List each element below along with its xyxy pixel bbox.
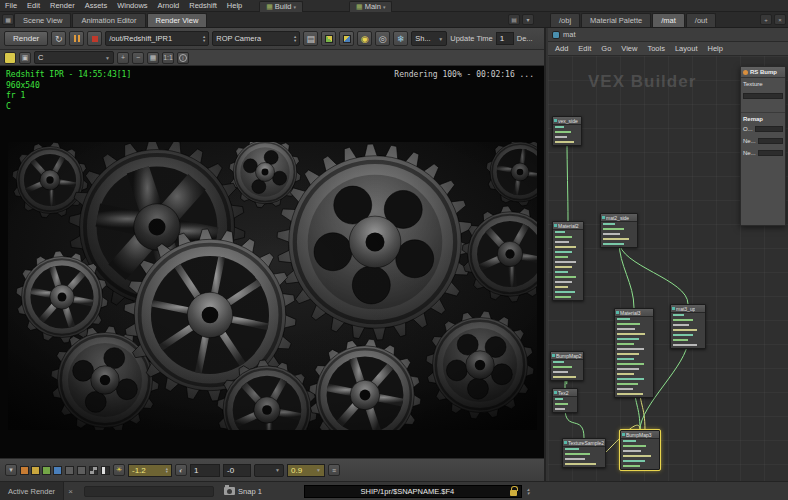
contrast-icon[interactable]: ◐ xyxy=(175,464,187,476)
light-icon[interactable]: ◉ xyxy=(357,31,372,46)
rop-select[interactable]: /out/Redshift_IPR1 ▴▾ xyxy=(105,31,209,46)
node-header: vex_side xyxy=(553,117,581,125)
tab-obj[interactable]: /obj xyxy=(550,13,580,27)
shader-select[interactable]: Sh... ▼ xyxy=(411,31,447,46)
node-bumpmap2[interactable]: BumpMap2 xyxy=(550,351,584,381)
menu-item-windows[interactable]: Windows xyxy=(112,1,152,10)
checker-background-icon[interactable] xyxy=(89,466,98,475)
tab-out[interactable]: /out xyxy=(686,13,717,27)
actual-size-icon[interactable]: 1:1 xyxy=(162,52,174,64)
zoom-in-icon[interactable]: + xyxy=(117,52,129,64)
options-icon[interactable]: ≡ xyxy=(328,464,340,476)
network-breadcrumb[interactable]: mat xyxy=(563,30,576,39)
network-menu-add[interactable]: Add xyxy=(550,44,573,53)
network-menu-layout[interactable]: Layout xyxy=(670,44,703,53)
region-render-icon[interactable] xyxy=(321,31,336,46)
node-material3[interactable]: Material3 xyxy=(614,308,654,398)
freeze-icon[interactable]: ❄ xyxy=(393,31,408,46)
menu-item-help[interactable]: Help xyxy=(222,1,247,10)
chevron-down-icon[interactable]: ▾ xyxy=(5,464,17,476)
spinner-icon[interactable]: ▴▾ xyxy=(203,35,205,42)
menu-item-file[interactable]: File xyxy=(0,1,22,10)
desktop-tab-main[interactable]: ▦Main▾ xyxy=(349,1,392,12)
lock-icon[interactable] xyxy=(510,490,517,496)
texture-field[interactable] xyxy=(743,93,783,99)
gain-field[interactable]: 1 xyxy=(190,464,220,477)
node-tex2[interactable]: Tex2 xyxy=(552,388,578,413)
display-toolbar: ▾ ☀ -1.2 ▴▾ ◐ 1 -0 ▼ 0.9 ▼ ≡ xyxy=(0,458,544,481)
gray-chip[interactable] xyxy=(65,466,74,475)
network-menu-edit[interactable]: Edit xyxy=(573,44,596,53)
brightness-icon[interactable]: ☀ xyxy=(113,464,125,476)
aov-preview-icon[interactable] xyxy=(339,31,354,46)
lut-select[interactable]: ▼ xyxy=(254,464,284,477)
refresh-icon[interactable]: ↻ xyxy=(51,31,66,46)
offset-field[interactable]: -0 xyxy=(223,464,251,477)
channel-select[interactable]: C ▼ xyxy=(34,51,114,64)
network-menu-view[interactable]: View xyxy=(616,44,642,53)
node-mat3_up[interactable]: mat3_up xyxy=(670,304,706,349)
pane-split-icon[interactable]: ▤ xyxy=(508,14,520,25)
output-path-field[interactable]: SHIP/1pr/$SNAPNAME.$F4 xyxy=(304,485,522,498)
info-icon[interactable]: i xyxy=(177,52,189,64)
tab-mat[interactable]: /mat xyxy=(652,13,685,27)
active-render-tab[interactable]: Active Render xyxy=(0,482,64,500)
swatch-icon[interactable] xyxy=(4,52,16,64)
network-canvas[interactable]: VEX Builder RS Bump Texture Remap O...Ne… xyxy=(548,56,788,481)
tab-animation-editor[interactable]: Animation Editor xyxy=(72,13,145,27)
network-menu-tools[interactable]: Tools xyxy=(642,44,670,53)
desktop-tab-build[interactable]: ▦Build▾ xyxy=(259,1,303,12)
stop-icon[interactable] xyxy=(87,31,102,46)
node-texturesample2[interactable]: TextureSample2 xyxy=(562,438,606,468)
spinner-icon[interactable]: ▴▾ xyxy=(294,35,296,42)
delay-label: De... xyxy=(517,34,533,43)
network-menu-go[interactable]: Go xyxy=(596,44,616,53)
node-vex_side[interactable]: vex_side xyxy=(552,116,582,146)
network-menu-help[interactable]: Help xyxy=(702,44,727,53)
menu-item-render[interactable]: Render xyxy=(45,1,80,10)
menu-item-arnold[interactable]: Arnold xyxy=(153,1,185,10)
crosshair-icon[interactable]: ◎ xyxy=(375,31,390,46)
stop-glyph xyxy=(92,36,98,42)
node-bumpmap3[interactable]: BumpMap3 xyxy=(620,430,660,470)
color-chip-0[interactable] xyxy=(20,466,29,475)
snapshot-camera-icon[interactable] xyxy=(224,487,235,495)
display-mode-icon[interactable]: ▤ xyxy=(303,31,318,46)
render-button[interactable]: Render xyxy=(4,31,48,46)
background-icon[interactable]: ▣ xyxy=(19,52,31,64)
lut-gamma-field[interactable]: 0.9 ▼ xyxy=(287,464,325,477)
node-material2[interactable]: Material2 xyxy=(552,221,584,301)
node-mat2_side[interactable]: mat2_side xyxy=(600,213,638,248)
pause-icon[interactable] xyxy=(69,31,84,46)
param-field[interactable] xyxy=(758,150,783,156)
menu-item-redshift[interactable]: Redshift xyxy=(184,1,222,10)
color-chip-2[interactable] xyxy=(42,466,51,475)
menu-item-assets[interactable]: Assets xyxy=(80,1,113,10)
update-time-input[interactable]: 1 xyxy=(496,32,514,45)
parameter-panel-header[interactable]: RS Bump xyxy=(741,67,785,78)
node-type-icon xyxy=(672,307,675,310)
fit-view-icon[interactable]: ▦ xyxy=(147,52,159,64)
spinner-icon[interactable]: ▴▾ xyxy=(527,487,530,496)
split-compare-icon[interactable] xyxy=(101,466,110,475)
close-tab-icon[interactable]: × xyxy=(774,14,786,25)
spinner-icon[interactable]: ▴▾ xyxy=(166,467,168,474)
zoom-out-icon[interactable]: − xyxy=(132,52,144,64)
tab-render-view[interactable]: Render View xyxy=(147,13,208,27)
pane-menu-icon[interactable]: ▦ xyxy=(2,14,14,25)
param-field[interactable] xyxy=(758,138,783,144)
menu-item-edit[interactable]: Edit xyxy=(22,1,45,10)
render-viewport[interactable]: Redshift IPR - 14:55:43[1] 960x540 fr 1 … xyxy=(0,66,544,458)
tab-material-palette[interactable]: Material Palette xyxy=(581,13,651,27)
tab-scene-view[interactable]: Scene View xyxy=(14,13,71,27)
param-field[interactable] xyxy=(755,126,783,132)
color-chip-1[interactable] xyxy=(31,466,40,475)
camera-select[interactable]: ROP Camera ▴▾ xyxy=(212,31,300,46)
gray-chip[interactable] xyxy=(77,466,86,475)
gamma-field[interactable]: -1.2 ▴▾ xyxy=(128,464,172,477)
color-chip-3[interactable] xyxy=(53,466,62,475)
close-icon[interactable]: × xyxy=(64,487,77,496)
chevron-down-icon[interactable]: ▾ xyxy=(522,14,534,25)
new-tab-icon[interactable]: + xyxy=(760,14,772,25)
node-label: Material3 xyxy=(620,310,641,316)
